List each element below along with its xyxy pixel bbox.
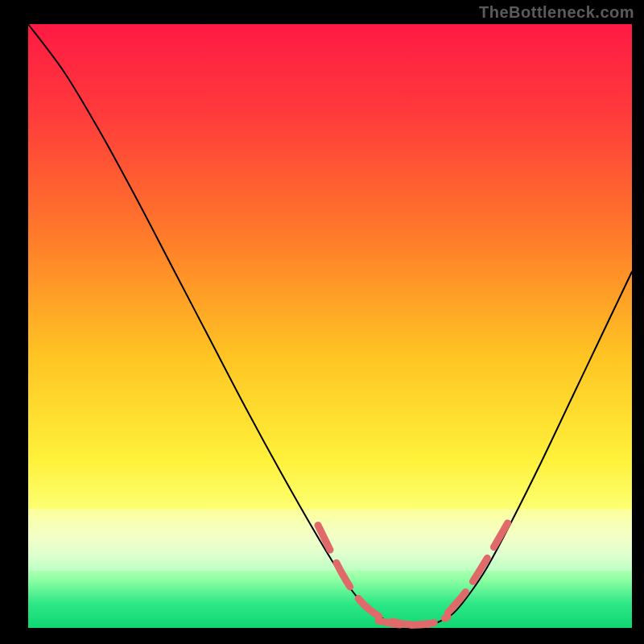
watermark-text: TheBottleneck.com (479, 3, 634, 22)
chart-frame: TheBottleneck.com (0, 0, 644, 644)
bottleneck-chart (0, 0, 644, 644)
svg-rect-2 (28, 509, 632, 571)
